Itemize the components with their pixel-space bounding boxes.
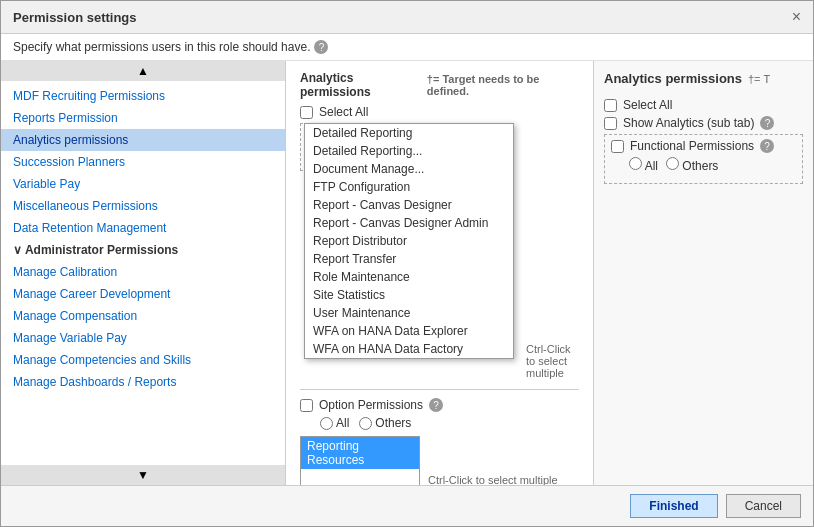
option-ctrl-hint: Ctrl-Click to select multiple xyxy=(428,474,558,485)
sidebar-item-miscellaneous[interactable]: Miscellaneous Permissions xyxy=(1,195,285,217)
option-permissions-label: Option Permissions xyxy=(319,398,423,412)
sidebar-item-mdf-recruiting[interactable]: MDF Recruiting Permissions xyxy=(1,85,285,107)
select-all-checkbox[interactable] xyxy=(300,106,313,119)
right-others-label[interactable]: Others xyxy=(666,157,718,173)
sidebar-items: MDF Recruiting PermissionsReports Permis… xyxy=(1,81,285,397)
right-all-label[interactable]: All xyxy=(629,157,658,173)
right-show-analytics-row: Show Analytics (sub tab) ? xyxy=(604,116,803,130)
sidebar-item-manage-compensation[interactable]: Manage Compensation xyxy=(1,305,285,327)
select-all-row: Select All xyxy=(300,105,579,119)
option-permissions-row: Option Permissions ? xyxy=(300,398,579,412)
sidebar-item-data-retention[interactable]: Data Retention Management xyxy=(1,217,285,239)
right-functional-help[interactable]: ? xyxy=(760,139,774,153)
right-show-analytics-checkbox[interactable] xyxy=(604,117,617,130)
sidebar: ▲ MDF Recruiting PermissionsReports Perm… xyxy=(1,61,286,485)
section-divider xyxy=(300,389,579,390)
dropdown-item[interactable]: WFA on HANA Data Factory xyxy=(305,340,513,358)
functional-permissions-dropdown: Detailed ReportingDetailed Reporting...D… xyxy=(304,123,514,359)
close-icon[interactable]: × xyxy=(792,9,801,25)
option-all-radio[interactable] xyxy=(320,417,333,430)
dialog-footer: Finished Cancel xyxy=(1,485,813,526)
dialog-intro: Specify what permissions users in this r… xyxy=(1,34,813,61)
dropdown-item[interactable]: Report Transfer xyxy=(305,250,513,268)
right-all-radio[interactable] xyxy=(629,157,642,170)
finished-button[interactable]: Finished xyxy=(630,494,717,518)
sidebar-item-succession-planners[interactable]: Succession Planners xyxy=(1,151,285,173)
dropdown-item[interactable]: Role Maintenance xyxy=(305,268,513,286)
option-permissions-checkbox[interactable] xyxy=(300,399,313,412)
option-all-label[interactable]: All xyxy=(320,416,349,430)
sidebar-scroll-down[interactable]: ▼ xyxy=(1,465,285,485)
main-panel: Analytics permissions †= Target needs to… xyxy=(286,61,593,485)
main-section-header: Analytics permissions †= Target needs to… xyxy=(300,71,579,99)
dropdown-item[interactable]: Detailed Reporting xyxy=(305,124,513,142)
permission-settings-dialog: Permission settings × Specify what permi… xyxy=(0,0,814,527)
option-others-radio[interactable] xyxy=(359,417,372,430)
dropdown-item[interactable]: Report - Canvas Designer Admin xyxy=(305,214,513,232)
right-functional-row: Functional Permissions ? xyxy=(611,139,796,153)
dropdown-item[interactable]: Detailed Reporting... xyxy=(305,142,513,160)
sidebar-section-header[interactable]: ∨ Administrator Permissions xyxy=(1,239,285,261)
ctrl-click-hint: Ctrl-Click to select multiple xyxy=(526,343,579,379)
right-show-analytics-help[interactable]: ? xyxy=(760,116,774,130)
right-target-note: †= T xyxy=(748,73,770,85)
sidebar-item-manage-variable-pay[interactable]: Manage Variable Pay xyxy=(1,327,285,349)
select-all-label: Select All xyxy=(319,105,368,119)
dropdown-item[interactable]: Site Statistics xyxy=(305,286,513,304)
option-listbox-row: Reporting Resources Ctrl-Click to select… xyxy=(300,436,579,485)
option-others-label[interactable]: Others xyxy=(359,416,411,430)
right-show-analytics-label: Show Analytics (sub tab) xyxy=(623,116,754,130)
dialog-content: ▲ MDF Recruiting PermissionsReports Perm… xyxy=(1,61,813,485)
dropdown-item[interactable]: WFA on HANA Data Explorer xyxy=(305,322,513,340)
dropdown-item[interactable]: User Maintenance xyxy=(305,304,513,322)
option-listbox[interactable]: Reporting Resources xyxy=(300,436,420,485)
right-functional-box: Functional Permissions ? All Others xyxy=(604,134,803,184)
right-panel: Analytics permissions †= T Select All Sh… xyxy=(593,61,813,485)
sidebar-item-manage-calibration[interactable]: Manage Calibration xyxy=(1,261,285,283)
dropdown-item[interactable]: Document Manage... xyxy=(305,160,513,178)
right-functional-checkbox[interactable] xyxy=(611,140,624,153)
dialog-titlebar: Permission settings × xyxy=(1,1,813,34)
right-panel-title: Analytics permissions xyxy=(604,71,742,86)
intro-text: Specify what permissions users in this r… xyxy=(13,40,310,54)
intro-help-icon[interactable]: ? xyxy=(314,40,328,54)
dropdown-item[interactable]: Report Distributor xyxy=(305,232,513,250)
dialog-body: Specify what permissions users in this r… xyxy=(1,34,813,485)
dropdown-item[interactable]: FTP Configuration xyxy=(305,178,513,196)
right-panel-header: Analytics permissions †= T xyxy=(604,71,803,92)
sidebar-item-reports-permission[interactable]: Reports Permission xyxy=(1,107,285,129)
right-functional-label: Functional Permissions xyxy=(630,139,754,153)
sidebar-item-variable-pay[interactable]: Variable Pay xyxy=(1,173,285,195)
option-radio-row: All Others xyxy=(300,416,579,430)
main-section-title: Analytics permissions xyxy=(300,71,423,99)
option-help-icon[interactable]: ? xyxy=(429,398,443,412)
option-permissions-section: Option Permissions ? All Others xyxy=(300,389,579,485)
right-select-all-label: Select All xyxy=(623,98,672,112)
right-others-radio[interactable] xyxy=(666,157,679,170)
right-select-all-row: Select All xyxy=(604,98,803,112)
option-listbox-item[interactable]: Reporting Resources xyxy=(301,437,419,469)
right-radio-row: All Others xyxy=(611,157,796,173)
dialog-title: Permission settings xyxy=(13,10,137,25)
dropdown-item[interactable]: Report - Canvas Designer xyxy=(305,196,513,214)
right-select-all-checkbox[interactable] xyxy=(604,99,617,112)
sidebar-item-analytics-permissions[interactable]: Analytics permissions xyxy=(1,129,285,151)
sidebar-item-manage-career[interactable]: Manage Career Development xyxy=(1,283,285,305)
sidebar-item-manage-competencies[interactable]: Manage Competencies and Skills xyxy=(1,349,285,371)
sidebar-scroll-up[interactable]: ▲ xyxy=(1,61,285,81)
target-note: †= Target needs to be defined. xyxy=(427,73,579,97)
cancel-button[interactable]: Cancel xyxy=(726,494,801,518)
functional-permissions-box: Functional Permissions ? All Others xyxy=(300,123,481,171)
sidebar-item-manage-dashboards[interactable]: Manage Dashboards / Reports xyxy=(1,371,285,393)
